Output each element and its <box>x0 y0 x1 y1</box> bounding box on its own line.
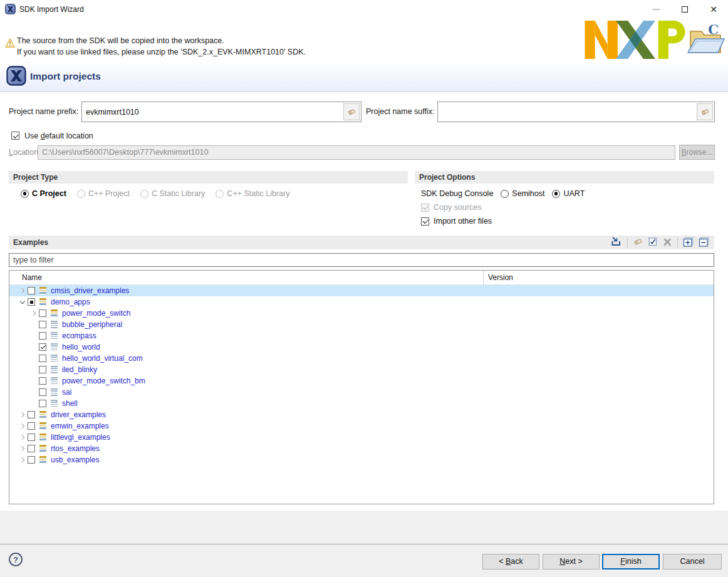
tree-row[interactable]: usb_examples <box>9 454 714 465</box>
collapse-all-icon[interactable] <box>699 237 709 249</box>
column-header-version[interactable]: Version <box>488 273 513 282</box>
tree-item-label: driver_examples <box>51 410 106 419</box>
tree-item-label: sai <box>62 388 71 397</box>
chevron-right-icon[interactable] <box>17 420 28 432</box>
tree-item-label: hello_world_virtual_com <box>62 354 143 363</box>
category-icon <box>39 434 46 441</box>
chevron-right-icon[interactable] <box>17 454 28 465</box>
tree-item-checkbox[interactable] <box>28 434 35 441</box>
tree-item-label: rtos_examples <box>51 444 100 453</box>
chevron-right-icon[interactable] <box>17 443 28 454</box>
tree-row[interactable]: shell <box>9 398 714 409</box>
radio-cpp-project: C++ Project <box>77 189 130 198</box>
import-other-files-checkbox[interactable] <box>421 217 429 226</box>
next-button[interactable]: Next > <box>543 554 600 569</box>
close-icon: ✕ <box>710 5 717 14</box>
chevron-spacer <box>28 353 39 364</box>
tree-item-checkbox[interactable] <box>28 287 35 294</box>
radio-icon <box>21 190 29 198</box>
project-options-group: Project Options SDK Debug Console Semiho… <box>415 171 714 226</box>
svg-text:C: C <box>708 21 719 38</box>
radio-icon <box>140 190 148 198</box>
chevron-right-icon[interactable] <box>17 285 28 296</box>
example-icon <box>51 355 58 362</box>
cancel-button[interactable]: Cancel <box>663 554 722 569</box>
chevron-spacer <box>28 341 39 353</box>
column-header-name[interactable]: Name <box>22 273 42 282</box>
radio-semihost[interactable]: Semihost <box>501 189 544 198</box>
tree-item-checkbox[interactable] <box>28 411 35 418</box>
tree-row[interactable]: hello_world_virtual_com <box>9 353 714 364</box>
tree-item-checkbox[interactable] <box>39 332 46 340</box>
tree-item-label: ecompass <box>62 331 96 340</box>
tree-item-checkbox[interactable] <box>28 298 35 306</box>
tree-row[interactable]: bubble_peripheral <box>9 319 714 330</box>
tree-row[interactable]: rtos_examples <box>9 443 714 454</box>
tree-row[interactable]: power_mode_switch <box>9 308 714 319</box>
use-default-location-checkbox[interactable] <box>11 132 19 140</box>
import-example-icon[interactable] <box>610 236 622 249</box>
close-button[interactable]: ✕ <box>699 0 728 19</box>
tree-row[interactable]: emwin_examples <box>9 420 714 432</box>
tree-row[interactable]: littlevgl_examples <box>9 432 714 443</box>
tree-item-checkbox[interactable] <box>39 377 46 385</box>
expand-all-icon[interactable] <box>683 237 694 249</box>
minimize-button[interactable] <box>642 0 670 19</box>
finish-button[interactable]: Finish <box>602 554 660 569</box>
copy-sources-checkbox <box>421 204 429 212</box>
examples-tree: Name Version cmsis_driver_examples demo_… <box>9 270 714 504</box>
tree-row[interactable]: sai <box>9 387 714 398</box>
examples-filter-input[interactable] <box>9 254 714 266</box>
tree-row[interactable]: iled_blinky <box>9 364 714 375</box>
example-icon <box>51 400 58 407</box>
footer: ? < Back Next > Finish Cancel <box>0 511 728 577</box>
radio-uart[interactable]: UART <box>552 189 585 198</box>
tree-row[interactable]: demo_apps <box>9 296 714 308</box>
tree-item-checkbox[interactable] <box>39 321 46 328</box>
tree-item-checkbox[interactable] <box>39 355 46 362</box>
clear-suffix-button[interactable] <box>697 103 713 120</box>
prefix-field-wrap <box>81 101 361 122</box>
tree-item-checkbox[interactable] <box>39 309 46 317</box>
chevron-right-icon[interactable] <box>17 432 28 443</box>
suffix-input[interactable] <box>438 102 697 122</box>
help-button[interactable]: ? <box>9 553 23 566</box>
tree-item-checkbox[interactable] <box>39 343 46 351</box>
import-other-files-label: Import other files <box>434 217 492 226</box>
chevron-right-icon[interactable] <box>28 308 39 319</box>
radio-cpp-static-library: C++ Static Library <box>216 189 289 198</box>
deselect-all-icon <box>663 237 672 248</box>
example-icon <box>51 321 58 328</box>
project-options-header: Project Options <box>415 171 714 184</box>
back-button[interactable]: < Back <box>482 554 539 569</box>
tree-row[interactable]: ecompass <box>9 330 714 341</box>
category-icon <box>39 456 46 464</box>
radio-c-project[interactable]: C Project <box>21 189 66 198</box>
tree-item-checkbox[interactable] <box>39 388 46 396</box>
prefix-input[interactable] <box>82 102 343 122</box>
clear-prefix-button[interactable] <box>343 103 360 120</box>
chevron-down-icon[interactable] <box>17 296 28 308</box>
suffix-label: Project name suffix: <box>366 107 435 116</box>
tree-row[interactable]: cmsis_driver_examples <box>9 285 714 296</box>
copy-sources-label: Copy sources <box>434 203 481 212</box>
tree-item-checkbox[interactable] <box>39 400 46 407</box>
tree-item-checkbox[interactable] <box>28 456 35 464</box>
example-icon <box>51 388 58 396</box>
chevron-right-icon[interactable] <box>17 409 28 420</box>
tree-row[interactable]: hello_world <box>9 341 714 353</box>
tree-row[interactable]: driver_examples <box>9 409 714 420</box>
tree-row[interactable]: power_mode_switch_bm <box>9 375 714 387</box>
example-icon <box>51 332 58 340</box>
tree-item-checkbox[interactable] <box>28 445 35 452</box>
example-icon <box>51 343 58 351</box>
maximize-button[interactable] <box>670 0 699 19</box>
category-icon <box>51 309 58 317</box>
examples-group-header: Examples <box>9 236 714 249</box>
prefix-label: Project name prefix: <box>9 107 78 116</box>
tree-item-checkbox[interactable] <box>39 366 46 373</box>
maximize-icon <box>682 6 688 13</box>
column-divider[interactable] <box>483 271 484 285</box>
select-all-icon[interactable] <box>648 237 658 248</box>
tree-item-checkbox[interactable] <box>28 422 35 430</box>
